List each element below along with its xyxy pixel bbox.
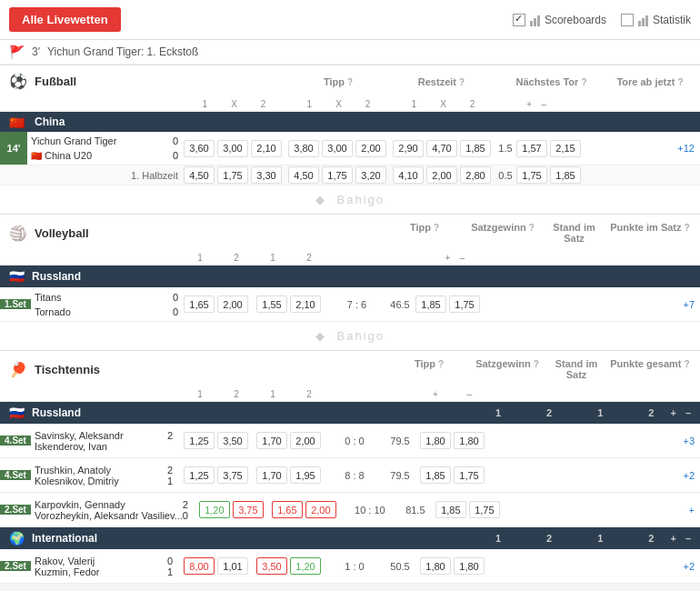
- tt-pm-minus-2[interactable]: 1,75: [454, 466, 485, 484]
- intl-pm-labels: + –: [670, 533, 691, 544]
- ht-naech-2[interactable]: 2,80: [460, 166, 491, 184]
- football-more-link[interactable]: +12: [677, 143, 695, 154]
- fb-naech-odd-2[interactable]: 1,85: [460, 140, 491, 157]
- tt-satz-q[interactable]: ?: [534, 359, 539, 369]
- alert-time: 3': [32, 45, 40, 58]
- fb-tipp-odd-1[interactable]: 3,60: [184, 140, 215, 157]
- ht-rest-x[interactable]: 1,75: [322, 166, 353, 184]
- tt-satz-odd-intl-1[interactable]: 3,50: [256, 557, 287, 575]
- tt-tipp-odd-3-1[interactable]: 1,20: [199, 501, 230, 518]
- tt-more-1: +3: [486, 436, 700, 446]
- vb-satz-q[interactable]: ?: [529, 223, 535, 233]
- tt-teams-2: Trushkin, Anatoly 2 Kolesnikov, Dmitriy …: [31, 463, 182, 488]
- tt-punkte-q[interactable]: ?: [685, 359, 690, 369]
- tt-team1-3: Karpovkin, Gennady: [35, 499, 183, 510]
- tt-minus: –: [467, 389, 473, 399]
- tt-satz-odd-1-1[interactable]: 1,70: [256, 432, 287, 449]
- tt-pm-minus-intl[interactable]: 1,80: [454, 557, 485, 575]
- live-bets-button[interactable]: Alle Livewetten: [9, 7, 121, 32]
- vb-tipp-odd-1[interactable]: 1,65: [184, 296, 215, 313]
- tt-t1-intl: Rakov, Valerij 0: [35, 556, 178, 566]
- ht-tore-minus[interactable]: 1,85: [550, 166, 581, 184]
- ht-tipp-2[interactable]: 3,30: [251, 166, 282, 184]
- fb-rest-odd-x[interactable]: 3,00: [322, 140, 353, 157]
- country-name-international: International: [32, 532, 97, 545]
- tt-pm-minus-1[interactable]: 1,80: [454, 432, 485, 449]
- tt-punkte-1: 79.5: [382, 436, 418, 446]
- statistik-bar-icon: [638, 14, 648, 26]
- vb-tipp-odd-2[interactable]: 2,00: [217, 296, 248, 313]
- vb-pm-plus[interactable]: 1,85: [415, 296, 446, 313]
- ht-tipp-1[interactable]: 4,50: [184, 166, 215, 184]
- fb-tipp-odd-2[interactable]: 2,10: [251, 140, 282, 157]
- tt-more-link-1[interactable]: +3: [683, 436, 695, 446]
- tt-satz-odd-3-1[interactable]: 1,65: [272, 501, 303, 518]
- tt-tipp-odd-intl-2[interactable]: 1,01: [217, 557, 248, 575]
- match-time-14: 14': [0, 132, 27, 165]
- restzeit-q[interactable]: ?: [459, 77, 465, 87]
- vb-more-link[interactable]: +7: [683, 299, 695, 310]
- statistik-checkbox[interactable]: [621, 14, 634, 26]
- tt-pm-plus-2[interactable]: 1,85: [420, 466, 451, 484]
- tt-tipp-odd-1-1[interactable]: 1,25: [184, 432, 215, 449]
- vb-pm-minus[interactable]: 1,75: [449, 296, 480, 313]
- vb-tipp-q[interactable]: ?: [434, 223, 439, 233]
- vb-punkte-header: Punkte im Satz ?: [609, 222, 691, 244]
- tt-pm-minus-3[interactable]: 1,75: [469, 501, 500, 518]
- fb-naech-odd-1[interactable]: 2,90: [393, 140, 424, 157]
- ht-naech-1[interactable]: 4,10: [393, 166, 424, 184]
- naechstes-q[interactable]: ?: [581, 77, 586, 87]
- vb-satz-odd-1[interactable]: 1,55: [256, 296, 287, 313]
- fb-rest-odd-1[interactable]: 3,80: [288, 140, 319, 157]
- halftime-tore: 0.5 1,75 1,85: [495, 166, 583, 184]
- tt-satz-odd-1-2[interactable]: 2,00: [290, 432, 321, 449]
- tt-satz-odd-3-2[interactable]: 2,00: [305, 501, 336, 518]
- statistik-option[interactable]: Statistik: [621, 14, 691, 26]
- fb-tore-sub: + –: [495, 99, 577, 109]
- ht-rest-1[interactable]: 4,50: [288, 166, 319, 184]
- fb-tore-plus: +: [526, 99, 532, 109]
- tt-more-link-2[interactable]: +2: [683, 470, 695, 481]
- vb-punkte-q[interactable]: ?: [685, 223, 690, 233]
- tt-pm-3: 1,85 1,75: [434, 501, 502, 518]
- ht-naech-x[interactable]: 2,00: [426, 166, 457, 184]
- fb-tore-minus-odd[interactable]: 2,15: [550, 140, 581, 157]
- tt-pm-plus-3[interactable]: 1,85: [435, 501, 466, 518]
- intl-c3: 1: [597, 533, 603, 544]
- fb-tipp-odd-x[interactable]: 3,00: [217, 140, 248, 157]
- tt-pm-plus-intl[interactable]: 1,80: [420, 557, 451, 575]
- tt-tipp-odd-2-2[interactable]: 3,75: [217, 466, 248, 484]
- fb-rest-2: 2: [365, 99, 371, 109]
- tore-q[interactable]: ?: [677, 77, 683, 87]
- vb-set-label: 1.Set: [0, 299, 31, 309]
- ht-tore-plus[interactable]: 1,75: [516, 166, 547, 184]
- tt-more-link-intl[interactable]: +2: [683, 561, 695, 572]
- tt-more-link-3[interactable]: +: [689, 505, 695, 516]
- tischtennis-section: 🏓 Tischtennis Tipp ? Satzgewinn ? Stand …: [0, 350, 700, 584]
- scoreboards-checkbox[interactable]: [513, 14, 525, 26]
- tt-tipp-odd-3-2[interactable]: 3,75: [233, 501, 264, 518]
- fb-rest-odd-2[interactable]: 2,00: [355, 140, 386, 157]
- team2-name: 🇨🇳 China U20: [31, 150, 167, 161]
- vb-satz-odd-2[interactable]: 2,10: [290, 296, 321, 313]
- fb-tore-plus-odd[interactable]: 1,57: [516, 140, 547, 157]
- alert-text: Yichun Grand Tiger: 1. Eckstoß: [47, 45, 198, 58]
- tt-satz-odd-2-1[interactable]: 1,70: [256, 466, 287, 484]
- tt-pm-plus-1[interactable]: 1,80: [420, 432, 451, 449]
- tt-team1-1: Savinsky, Aleksandr: [35, 430, 167, 441]
- tipp-q-fb[interactable]: ?: [347, 77, 353, 87]
- football-col-headers: Tipp ? Restzeit ? Nächstes Tor ? Tore ab…: [293, 76, 691, 87]
- tt-tipp-odd-2-1[interactable]: 1,25: [184, 466, 215, 484]
- fb-naech-odd-x[interactable]: 4,70: [426, 140, 457, 157]
- team2-row: 🇨🇳 China U20 0: [31, 148, 178, 163]
- ht-rest-2[interactable]: 3,20: [355, 166, 386, 184]
- tt-tipp-q[interactable]: ?: [438, 359, 444, 369]
- tt-tipp-odd-intl-1[interactable]: 8,00: [184, 557, 215, 575]
- scoreboards-option[interactable]: Scoreboards: [513, 14, 606, 26]
- ht-tipp-x[interactable]: 1,75: [217, 166, 248, 184]
- tt-satz-odd-2-2[interactable]: 1,95: [290, 466, 321, 484]
- tt-tipp-odd-1-2[interactable]: 3,50: [217, 432, 248, 449]
- tt-satz-odd-intl-2[interactable]: 1,20: [290, 557, 321, 575]
- fb-rest-1: 1: [307, 99, 313, 109]
- tt-t1-row3: Karpovkin, Gennady 2: [35, 499, 194, 510]
